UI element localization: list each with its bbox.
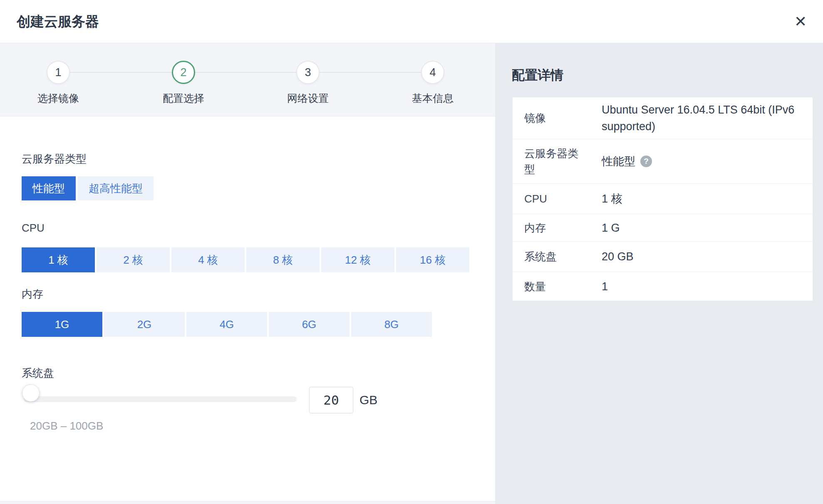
summary-row: 数量1: [513, 272, 813, 301]
disk-label: 系统盘: [22, 366, 54, 380]
cpu-options: 1 核2 核4 核8 核12 核16 核: [22, 247, 469, 272]
stepper-step-2[interactable]: 2配置选择: [159, 61, 208, 105]
option-chip[interactable]: 16 核: [396, 247, 469, 272]
config-form: 云服务器类型 性能型超高性能型 CPU 1 核2 核4 核8 核12 核16 核…: [0, 117, 495, 501]
summary-row: 云服务器类型性能型?: [513, 139, 813, 184]
disk-unit-label: GB: [359, 393, 377, 407]
help-icon[interactable]: ?: [640, 156, 652, 167]
summary-row-value: Ubuntu Server 16.04.5 LTS 64bit (IPv6 su…: [602, 101, 803, 135]
option-chip[interactable]: 8G: [351, 312, 432, 337]
option-chip[interactable]: 4 核: [171, 247, 245, 272]
summary-row-label: 数量: [524, 279, 583, 294]
summary-row-label: 系统盘: [524, 249, 583, 264]
summary-row: 镜像Ubuntu Server 16.04.5 LTS 64bit (IPv6 …: [513, 97, 813, 139]
step-number-circle: 1: [47, 61, 70, 84]
summary-row-value: 性能型?: [602, 153, 803, 170]
disk-size-input[interactable]: [309, 387, 353, 413]
summary-row-label: CPU: [524, 191, 583, 207]
dialog-footer: 上一步 下一步: [0, 501, 495, 504]
stepper: 1选择镜像2配置选择3网络设置4基本信息: [0, 43, 495, 116]
stepper-connector-line: [58, 72, 433, 73]
dialog-title: 创建云服务器: [17, 0, 99, 43]
server-type-options: 性能型超高性能型: [22, 176, 154, 200]
memory-options: 1G2G4G6G8G: [22, 312, 432, 337]
step-label: 选择镜像: [33, 91, 83, 105]
dialog-header: 创建云服务器 ✕: [0, 0, 823, 43]
stepper-step-3[interactable]: 3网络设置: [283, 61, 333, 105]
summary-row-value: 1 G: [602, 220, 803, 236]
summary-row-label: 内存: [524, 220, 583, 236]
summary-row-label: 镜像: [524, 110, 583, 126]
summary-row-value: 1 核: [602, 190, 803, 207]
summary-panel: 配置详情 镜像Ubuntu Server 16.04.5 LTS 64bit (…: [495, 43, 823, 504]
summary-row-value: 1: [602, 278, 803, 295]
disk-range-hint: 20GB – 100GB: [30, 420, 103, 432]
cpu-label: CPU: [22, 222, 45, 235]
step-number-circle: 4: [421, 61, 444, 84]
option-chip[interactable]: 8 核: [246, 247, 320, 272]
option-chip[interactable]: 1G: [22, 312, 102, 337]
option-chip[interactable]: 12 核: [321, 247, 394, 272]
option-chip[interactable]: 1 核: [22, 247, 95, 272]
stepper-step-1[interactable]: 1选择镜像: [33, 61, 83, 105]
step-number-circle: 2: [172, 61, 195, 84]
option-chip[interactable]: 6G: [269, 312, 350, 337]
step-label: 基本信息: [408, 91, 458, 105]
stepper-step-4[interactable]: 4基本信息: [408, 61, 458, 105]
close-icon[interactable]: ✕: [790, 11, 811, 32]
summary-row: 系统盘20 GB: [513, 242, 813, 272]
disk-slider-track[interactable]: [24, 396, 297, 402]
summary-title: 配置详情: [512, 67, 563, 84]
option-chip[interactable]: 2G: [104, 312, 185, 337]
option-chip[interactable]: 超高性能型: [78, 176, 154, 200]
step-label: 网络设置: [283, 91, 333, 105]
summary-row: CPU1 核: [513, 184, 813, 214]
summary-row: 内存1 G: [513, 214, 813, 242]
disk-slider-thumb[interactable]: [22, 384, 40, 402]
summary-row-label: 云服务器类型: [524, 146, 583, 177]
step-label: 配置选择: [159, 91, 208, 105]
step-number-circle: 3: [296, 61, 320, 84]
server-type-label: 云服务器类型: [22, 152, 87, 166]
memory-label: 内存: [22, 287, 43, 301]
left-column: 1选择镜像2配置选择3网络设置4基本信息 云服务器类型 性能型超高性能型 CPU…: [0, 43, 495, 504]
option-chip[interactable]: 2 核: [97, 247, 170, 272]
summary-row-value: 20 GB: [602, 248, 803, 265]
option-chip[interactable]: 性能型: [22, 176, 76, 200]
option-chip[interactable]: 4G: [186, 312, 267, 337]
summary-card: 镜像Ubuntu Server 16.04.5 LTS 64bit (IPv6 …: [513, 97, 813, 301]
